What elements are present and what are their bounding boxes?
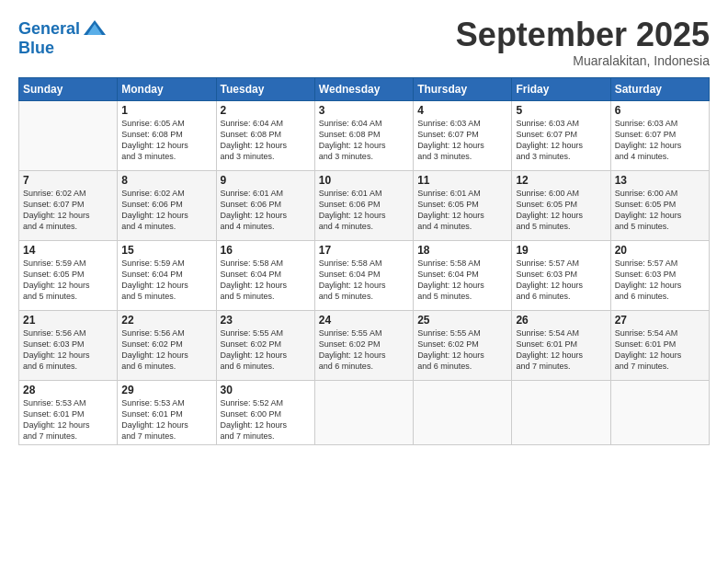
calendar-cell: 3Sunrise: 6:04 AM Sunset: 6:08 PM Daylig… (314, 100, 413, 170)
calendar-cell: 15Sunrise: 5:59 AM Sunset: 6:04 PM Dayli… (118, 240, 216, 310)
day-info: Sunrise: 5:55 AM Sunset: 6:02 PM Dayligh… (221, 327, 311, 373)
day-number: 16 (221, 244, 311, 257)
calendar-cell: 1Sunrise: 6:05 AM Sunset: 6:08 PM Daylig… (118, 100, 216, 170)
day-info: Sunrise: 5:59 AM Sunset: 6:05 PM Dayligh… (23, 258, 113, 303)
day-info: Sunrise: 6:05 AM Sunset: 6:08 PM Dayligh… (121, 118, 211, 163)
day-info: Sunrise: 5:57 AM Sunset: 6:03 PM Dayligh… (516, 258, 606, 303)
day-info: Sunrise: 5:52 AM Sunset: 6:00 PM Dayligh… (221, 397, 311, 442)
logo: General Blue (18, 17, 108, 58)
day-number: 12 (516, 174, 606, 187)
day-info: Sunrise: 5:58 AM Sunset: 6:04 PM Dayligh… (319, 258, 409, 303)
calendar-cell: 14Sunrise: 5:59 AM Sunset: 6:05 PM Dayli… (19, 240, 118, 310)
day-number: 6 (615, 104, 705, 117)
calendar-cell: 23Sunrise: 5:55 AM Sunset: 6:02 PM Dayli… (216, 310, 314, 380)
calendar-cell: 7Sunrise: 6:02 AM Sunset: 6:07 PM Daylig… (19, 170, 118, 240)
calendar-cell: 19Sunrise: 5:57 AM Sunset: 6:03 PM Dayli… (512, 240, 610, 310)
calendar-week-row: 7Sunrise: 6:02 AM Sunset: 6:07 PM Daylig… (19, 170, 710, 240)
header-day-saturday: Saturday (610, 77, 709, 100)
day-number: 23 (221, 314, 311, 327)
day-number: 14 (23, 244, 113, 257)
day-number: 21 (23, 314, 113, 327)
day-number: 20 (615, 244, 705, 257)
calendar-cell: 6Sunrise: 6:03 AM Sunset: 6:07 PM Daylig… (610, 100, 709, 170)
calendar-cell (19, 100, 118, 170)
header: General Blue September 2025 Muaralakitan… (18, 17, 710, 68)
month-title: September 2025 (456, 17, 710, 53)
header-day-tuesday: Tuesday (216, 77, 314, 100)
calendar-body: 1Sunrise: 6:05 AM Sunset: 6:08 PM Daylig… (19, 100, 710, 445)
day-info: Sunrise: 5:57 AM Sunset: 6:03 PM Dayligh… (615, 258, 705, 303)
day-number: 13 (615, 174, 705, 187)
day-info: Sunrise: 6:02 AM Sunset: 6:06 PM Dayligh… (121, 188, 211, 233)
day-number: 19 (516, 244, 606, 257)
day-number: 24 (319, 314, 409, 327)
calendar-week-row: 21Sunrise: 5:56 AM Sunset: 6:03 PM Dayli… (19, 310, 710, 380)
day-info: Sunrise: 5:59 AM Sunset: 6:04 PM Dayligh… (121, 258, 211, 303)
day-number: 9 (221, 174, 311, 187)
day-number: 17 (319, 244, 409, 257)
calendar-cell: 26Sunrise: 5:54 AM Sunset: 6:01 PM Dayli… (512, 310, 610, 380)
day-number: 28 (23, 384, 113, 396)
calendar-cell: 17Sunrise: 5:58 AM Sunset: 6:04 PM Dayli… (314, 240, 413, 310)
calendar-cell: 28Sunrise: 5:53 AM Sunset: 6:01 PM Dayli… (19, 380, 118, 445)
day-number: 26 (516, 314, 606, 327)
day-info: Sunrise: 6:00 AM Sunset: 6:05 PM Dayligh… (516, 188, 606, 233)
title-block: September 2025 Muaralakitan, Indonesia (456, 17, 710, 68)
calendar-cell: 11Sunrise: 6:01 AM Sunset: 6:05 PM Dayli… (414, 170, 512, 240)
calendar-cell: 30Sunrise: 5:52 AM Sunset: 6:00 PM Dayli… (216, 380, 314, 445)
day-number: 2 (221, 104, 311, 117)
day-info: Sunrise: 5:58 AM Sunset: 6:04 PM Dayligh… (221, 258, 311, 303)
header-day-monday: Monday (118, 77, 216, 100)
day-info: Sunrise: 5:55 AM Sunset: 6:02 PM Dayligh… (417, 327, 507, 373)
day-number: 8 (121, 174, 211, 187)
subtitle: Muaralakitan, Indonesia (456, 53, 710, 68)
day-number: 29 (121, 384, 211, 396)
header-day-friday: Friday (512, 77, 610, 100)
day-number: 15 (121, 244, 211, 257)
day-number: 30 (221, 384, 311, 396)
day-info: Sunrise: 6:01 AM Sunset: 6:06 PM Dayligh… (221, 188, 311, 233)
day-info: Sunrise: 5:53 AM Sunset: 6:01 PM Dayligh… (121, 397, 211, 442)
calendar-cell (414, 380, 512, 445)
calendar-cell: 4Sunrise: 6:03 AM Sunset: 6:07 PM Daylig… (414, 100, 512, 170)
calendar-cell: 9Sunrise: 6:01 AM Sunset: 6:06 PM Daylig… (216, 170, 314, 240)
calendar-week-row: 28Sunrise: 5:53 AM Sunset: 6:01 PM Dayli… (19, 380, 710, 445)
calendar-week-row: 1Sunrise: 6:05 AM Sunset: 6:08 PM Daylig… (19, 100, 710, 170)
day-info: Sunrise: 5:55 AM Sunset: 6:02 PM Dayligh… (319, 327, 409, 373)
calendar-cell: 22Sunrise: 5:56 AM Sunset: 6:02 PM Dayli… (118, 310, 216, 380)
day-number: 3 (319, 104, 409, 117)
calendar-header-row: SundayMondayTuesdayWednesdayThursdayFrid… (19, 77, 710, 100)
page: General Blue September 2025 Muaralakitan… (0, 0, 728, 563)
day-info: Sunrise: 6:01 AM Sunset: 6:05 PM Dayligh… (417, 188, 507, 233)
day-info: Sunrise: 5:53 AM Sunset: 6:01 PM Dayligh… (23, 397, 113, 442)
calendar-cell: 29Sunrise: 5:53 AM Sunset: 6:01 PM Dayli… (118, 380, 216, 445)
day-number: 10 (319, 174, 409, 187)
day-info: Sunrise: 5:54 AM Sunset: 6:01 PM Dayligh… (516, 327, 606, 373)
logo-icon (82, 17, 108, 42)
day-info: Sunrise: 5:54 AM Sunset: 6:01 PM Dayligh… (615, 327, 705, 373)
day-info: Sunrise: 6:01 AM Sunset: 6:06 PM Dayligh… (319, 188, 409, 233)
day-number: 5 (516, 104, 606, 117)
day-number: 11 (417, 174, 507, 187)
day-info: Sunrise: 6:03 AM Sunset: 6:07 PM Dayligh… (516, 118, 606, 163)
calendar-cell: 21Sunrise: 5:56 AM Sunset: 6:03 PM Dayli… (19, 310, 118, 380)
calendar-cell (610, 380, 709, 445)
calendar-cell: 12Sunrise: 6:00 AM Sunset: 6:05 PM Dayli… (512, 170, 610, 240)
calendar-cell: 27Sunrise: 5:54 AM Sunset: 6:01 PM Dayli… (610, 310, 709, 380)
day-info: Sunrise: 6:02 AM Sunset: 6:07 PM Dayligh… (23, 188, 113, 233)
calendar-cell: 16Sunrise: 5:58 AM Sunset: 6:04 PM Dayli… (216, 240, 314, 310)
calendar-week-row: 14Sunrise: 5:59 AM Sunset: 6:05 PM Dayli… (19, 240, 710, 310)
calendar-cell: 25Sunrise: 5:55 AM Sunset: 6:02 PM Dayli… (414, 310, 512, 380)
day-number: 27 (615, 314, 705, 327)
day-info: Sunrise: 5:56 AM Sunset: 6:02 PM Dayligh… (121, 327, 211, 373)
day-number: 22 (121, 314, 211, 327)
day-info: Sunrise: 6:03 AM Sunset: 6:07 PM Dayligh… (417, 118, 507, 163)
calendar-cell (314, 380, 413, 445)
calendar-cell (512, 380, 610, 445)
day-number: 1 (121, 104, 211, 117)
calendar-cell: 10Sunrise: 6:01 AM Sunset: 6:06 PM Dayli… (314, 170, 413, 240)
day-info: Sunrise: 5:56 AM Sunset: 6:03 PM Dayligh… (23, 327, 113, 373)
day-info: Sunrise: 5:58 AM Sunset: 6:04 PM Dayligh… (417, 258, 507, 303)
calendar-cell: 13Sunrise: 6:00 AM Sunset: 6:05 PM Dayli… (610, 170, 709, 240)
calendar-cell: 8Sunrise: 6:02 AM Sunset: 6:06 PM Daylig… (118, 170, 216, 240)
